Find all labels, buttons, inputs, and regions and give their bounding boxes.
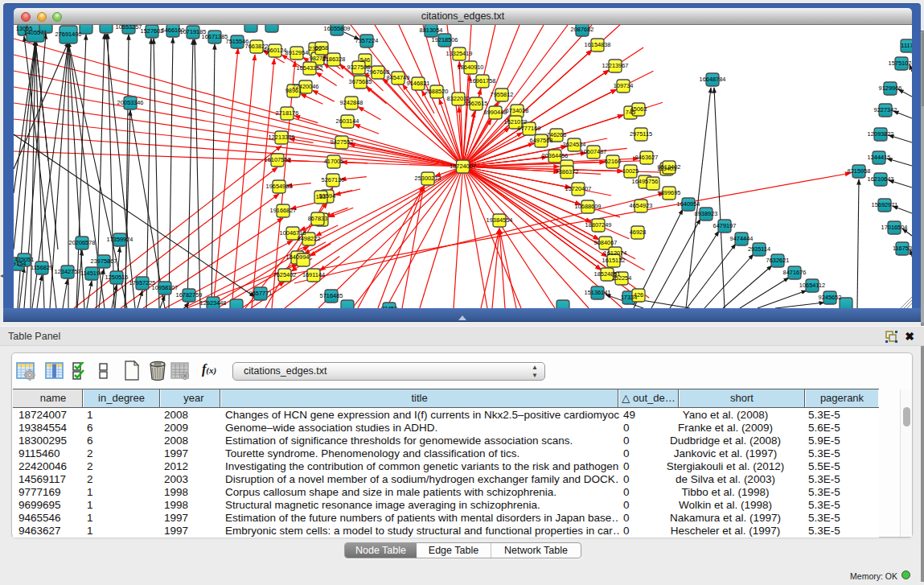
svg-text:4654923: 4654923 — [630, 202, 653, 209]
svg-text:19166827: 19166827 — [270, 207, 297, 214]
svg-text:1540994: 1540994 — [286, 253, 310, 261]
svg-text:16210643: 16210643 — [868, 175, 894, 183]
svg-text:8186328: 8186328 — [322, 56, 346, 63]
svg-text:15692971: 15692971 — [872, 201, 898, 208]
svg-text:183: 183 — [316, 193, 326, 200]
svg-text:2718176: 2718176 — [276, 109, 299, 117]
svg-text:1640954: 1640954 — [677, 200, 700, 208]
svg-text:9245652: 9245652 — [819, 294, 842, 301]
svg-text:20206578: 20206578 — [69, 239, 96, 246]
svg-text:15136141: 15136141 — [585, 289, 611, 296]
svg-text:3624534: 3624534 — [563, 141, 586, 148]
svg-text:18724007: 18724007 — [450, 163, 476, 170]
svg-text:45063: 45063 — [630, 105, 647, 113]
svg-text:6734028: 6734028 — [506, 107, 529, 114]
svg-text:9463627: 9463627 — [635, 154, 659, 161]
svg-text:1244415: 1244415 — [868, 154, 891, 161]
svg-text:16107552: 16107552 — [265, 156, 291, 163]
svg-text:8660124: 8660124 — [264, 47, 287, 54]
svg-text:16154838: 16154838 — [585, 41, 611, 48]
svg-text:20364456: 20364456 — [542, 152, 569, 159]
svg-text:2603144: 2603144 — [336, 117, 359, 125]
svg-text:16495756: 16495756 — [632, 178, 659, 185]
svg-text:1615132: 1615132 — [602, 257, 626, 264]
svg-text:546: 546 — [360, 56, 370, 64]
svg-text:19654983: 19654983 — [266, 183, 293, 190]
svg-text:62160: 62160 — [605, 158, 622, 165]
svg-text:1117: 1117 — [901, 42, 912, 49]
svg-text:109734: 109734 — [614, 82, 634, 89]
svg-text:426: 426 — [634, 291, 643, 299]
svg-text:10958107: 10958107 — [152, 284, 179, 291]
svg-text:16961758: 16961758 — [470, 77, 496, 84]
svg-text:7955812: 7955812 — [491, 91, 514, 98]
svg-text:10688609: 10688609 — [575, 203, 602, 210]
svg-text:2087682: 2087682 — [571, 26, 594, 33]
svg-text:9084067: 9084067 — [594, 239, 618, 246]
svg-text:9146821: 9146821 — [407, 80, 430, 87]
svg-text:2975115: 2975115 — [630, 130, 652, 138]
svg-text:8813054: 8813054 — [420, 27, 443, 34]
svg-text:9513402: 9513402 — [658, 163, 681, 171]
svg-text:18640910: 18640910 — [458, 64, 484, 71]
svg-text:27691406: 27691406 — [55, 31, 82, 38]
svg-text:12213967: 12213967 — [602, 62, 629, 69]
svg-text:5267130: 5267130 — [322, 176, 345, 183]
svg-text:1405571: 1405571 — [24, 29, 47, 36]
svg-text:17359924: 17359924 — [107, 236, 133, 243]
svg-text:17016504: 17016504 — [881, 224, 908, 231]
svg-text:8938923: 8938923 — [695, 210, 718, 217]
svg-text:8215958: 8215958 — [848, 167, 871, 175]
svg-text:3675685: 3675685 — [349, 78, 372, 85]
svg-text:23975867: 23975867 — [91, 257, 117, 265]
svg-text:6058: 6058 — [315, 44, 328, 51]
svg-text:7386372: 7386372 — [556, 168, 579, 175]
svg-text:16055809: 16055809 — [324, 25, 351, 32]
svg-text:12342757: 12342757 — [55, 268, 81, 275]
svg-text:8912954: 8912954 — [285, 49, 309, 56]
svg-text:10025: 10025 — [622, 167, 639, 175]
svg-text:252254: 252254 — [612, 274, 632, 282]
svg-text:12093822: 12093822 — [868, 130, 894, 138]
svg-text:16543362: 16543362 — [297, 64, 323, 72]
svg-text:12923448: 12923448 — [200, 299, 227, 307]
svg-text:20053346: 20053346 — [117, 99, 144, 106]
svg-text:1527602: 1527602 — [141, 27, 164, 35]
svg-text:8471676: 8471676 — [783, 269, 807, 276]
svg-text:16782759: 16782759 — [176, 291, 203, 299]
svg-text:13325419: 13325419 — [446, 50, 473, 57]
svg-text:1691144: 1691144 — [302, 271, 325, 278]
svg-text:19218506: 19218506 — [432, 36, 458, 43]
svg-text:9129966: 9129966 — [879, 84, 902, 92]
svg-text:12213389: 12213389 — [269, 134, 295, 141]
svg-text:9227342: 9227342 — [874, 106, 897, 113]
svg-text:6479197: 6479197 — [713, 222, 737, 229]
svg-text:9474444: 9474444 — [730, 235, 754, 242]
svg-text:9242848: 9242848 — [340, 99, 363, 106]
svg-text:7625402: 7625402 — [273, 271, 297, 278]
svg-text:1562615: 1562615 — [465, 100, 488, 107]
svg-text:435051: 435051 — [14, 256, 35, 263]
svg-text:16648784: 16648784 — [700, 76, 726, 83]
svg-text:7632621: 7632621 — [766, 257, 790, 264]
svg-text:92450: 92450 — [381, 305, 398, 308]
svg-text:8498222: 8498222 — [298, 235, 321, 242]
svg-text:9777169: 9777169 — [518, 125, 541, 132]
svg-text:46928: 46928 — [630, 229, 647, 236]
svg-text:5716485: 5716485 — [320, 292, 343, 299]
svg-text:18807249: 18807249 — [585, 221, 612, 229]
svg-text:116753: 116753 — [893, 245, 912, 252]
svg-text:9657771: 9657771 — [249, 290, 273, 297]
svg-text:2588520: 2588520 — [425, 88, 449, 95]
svg-text:417005: 417005 — [324, 158, 344, 165]
svg-text:16671385: 16671385 — [202, 33, 228, 40]
svg-text:1612074: 1612074 — [604, 249, 627, 257]
svg-text:10607487: 10607487 — [581, 148, 607, 155]
svg-text:25300273: 25300273 — [415, 175, 441, 182]
svg-text:7357224: 7357224 — [355, 37, 379, 44]
svg-text:10553257: 10553257 — [116, 25, 142, 31]
svg-text:15720407: 15720407 — [565, 185, 592, 192]
svg-text:10654112: 10654112 — [799, 282, 825, 289]
svg-text:6497568: 6497568 — [530, 137, 553, 144]
svg-text:9427552: 9427552 — [331, 138, 354, 146]
